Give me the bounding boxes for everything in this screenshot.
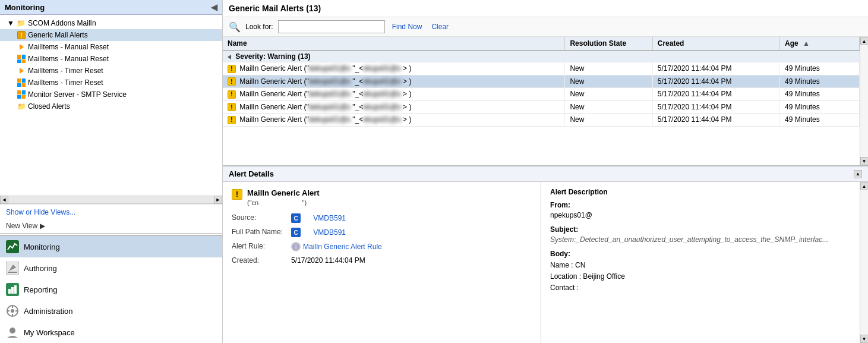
alerts-header: Generic Mail Alerts (13) bbox=[223, 0, 868, 17]
panel-header: Monitoring ◀ bbox=[0, 0, 222, 15]
details-title: Alert Details bbox=[229, 169, 274, 178]
source-value[interactable]: C VMDB591 bbox=[291, 213, 532, 223]
alert-rule-icon: i bbox=[291, 242, 301, 251]
scroll-down-button[interactable]: ▼ bbox=[860, 157, 869, 165]
body-section: Body: Name : CN Location : Beijing Offic… bbox=[550, 250, 851, 294]
alert-subtitle-prefix: ("cn bbox=[247, 199, 258, 206]
authoring-icon bbox=[6, 262, 19, 275]
nav-workspace-label: My Workspace bbox=[24, 328, 75, 337]
svg-text:i: i bbox=[295, 244, 296, 250]
nav-authoring[interactable]: Authoring bbox=[0, 257, 222, 279]
nav-workspace[interactable]: My Workspace bbox=[0, 322, 222, 343]
fullpath-label: Full Path Name: bbox=[232, 228, 291, 236]
search-bar: 🔍 Look for: Find Now Clear bbox=[223, 17, 868, 37]
nav-monitoring[interactable]: Monitoring bbox=[0, 236, 222, 257]
age-cell: 49 Minutes bbox=[780, 100, 860, 114]
scroll-left-button[interactable]: ◄ bbox=[0, 196, 8, 204]
workspace-icon bbox=[6, 326, 19, 339]
table-row[interactable]: ! MailIn Generic Alert ("bekups01@s "_<e… bbox=[223, 114, 860, 127]
tree-item-monitorserver[interactable]: Monitor Server - SMTP Service bbox=[0, 89, 222, 100]
tree-root-item[interactable]: ▼ 📁 SCOM Addons MailIn bbox=[0, 17, 222, 29]
alerts-table: Name Resolution State Created Age ▲ bbox=[223, 37, 860, 127]
fullpath-value[interactable]: C VMDB591 bbox=[291, 228, 532, 237]
severity-group-cell: Severity: Warning (13) bbox=[223, 51, 860, 62]
tree-item-mailitemstimerreset1[interactable]: MailItems - Timer Reset bbox=[0, 65, 222, 77]
folder-icon: 📁 bbox=[17, 18, 26, 28]
alert-name-end: > ) bbox=[401, 90, 412, 98]
grid-icon3 bbox=[17, 90, 26, 99]
details-body: ! MailIn Generic Alert ("cn ") Source: C bbox=[223, 182, 868, 343]
collapse-button[interactable]: ◀ bbox=[211, 2, 217, 12]
details-scroll-down-btn[interactable]: ▼ bbox=[860, 335, 869, 343]
tree-item-mailitemsmanualreset2[interactable]: MailItems - Manual Reset bbox=[0, 53, 222, 65]
search-input[interactable] bbox=[278, 20, 385, 33]
details-scroll-up[interactable]: ▲ bbox=[854, 170, 862, 178]
alerts-title: Generic Mail Alerts (13) bbox=[229, 4, 321, 13]
table-row[interactable]: ! MailIn Generic Alert ("bekups01@s "_<e… bbox=[223, 88, 860, 101]
alert-small-icon: ! bbox=[17, 30, 26, 40]
alert-name-cell: ! MailIn Generic Alert ("bekups01@s "_<e… bbox=[223, 62, 565, 75]
source-label: Source: bbox=[232, 213, 291, 222]
alert-name-cell: ! MailIn Generic Alert ("bekups01@s "_<e… bbox=[223, 88, 565, 101]
tree-item-label: Generic Mail Alerts bbox=[28, 31, 88, 39]
nav-reporting-label: Reporting bbox=[24, 285, 57, 294]
alert-name-blurred1: bekups01@s bbox=[309, 77, 351, 86]
col-header-resolution[interactable]: Resolution State bbox=[565, 37, 652, 51]
age-cell: 49 Minutes bbox=[780, 62, 860, 75]
alert-name-blurred2: ekups01@s bbox=[363, 90, 401, 98]
alert-subtitle-suffix: ") bbox=[302, 199, 307, 206]
table-row[interactable]: ! MailIn Generic Alert ("bekups01@s "_<e… bbox=[223, 100, 860, 114]
alert-name-blurred1: bekups01@s bbox=[309, 115, 351, 124]
alertrule-value[interactable]: i MailIn Generic Alert Rule bbox=[291, 242, 532, 251]
body-content: Name : CN Location : Beijing Office Cont… bbox=[550, 260, 851, 294]
bottom-navigation: Monitoring Authoring Reporting Administr… bbox=[0, 235, 222, 343]
nav-reporting[interactable]: Reporting bbox=[0, 279, 222, 300]
scroll-right-button[interactable]: ► bbox=[214, 196, 222, 204]
nav-administration[interactable]: Administration bbox=[0, 300, 222, 322]
right-panel: Generic Mail Alerts (13) 🔍 Look for: Fin… bbox=[223, 0, 868, 343]
col-header-age[interactable]: Age ▲ bbox=[780, 37, 860, 51]
alert-name-blurred2: ekups01@s bbox=[363, 103, 401, 111]
nav-monitoring-label: Monitoring bbox=[24, 243, 60, 251]
col-name-label: Name bbox=[228, 39, 247, 48]
table-row[interactable]: ! MailIn Generic Alert ("bekups01@s "_<e… bbox=[223, 75, 860, 88]
subject-section: Subject: System:_Detected_an_unauthorize… bbox=[550, 225, 851, 244]
tree-item-mailitemsmanualreset1[interactable]: MailItems - Manual Reset bbox=[0, 41, 222, 53]
alert-name-text: MailIn Generic Alert (" bbox=[239, 77, 308, 86]
table-row[interactable]: ! MailIn Generic Alert ("bekups01@s "_<e… bbox=[223, 62, 860, 75]
monitoring-icon bbox=[6, 240, 19, 253]
details-scroll-up-btn[interactable]: ▲ bbox=[860, 182, 869, 190]
grid-icon2 bbox=[17, 78, 26, 87]
created-row: Created: 5/17/2020 11:44:04 PM bbox=[232, 256, 532, 265]
subject-label: Subject: bbox=[550, 225, 851, 234]
find-now-button[interactable]: Find Now bbox=[390, 21, 425, 32]
scroll-up-button[interactable]: ▲ bbox=[860, 37, 869, 45]
tree-item-generic-mail-alerts[interactable]: ! Generic Mail Alerts bbox=[0, 29, 222, 41]
alert-name-blurred1: bekups01@s bbox=[309, 103, 351, 111]
alertrule-row: Alert Rule: i MailIn Generic Alert Rule bbox=[232, 242, 532, 251]
col-header-created[interactable]: Created bbox=[652, 37, 779, 51]
col-header-name[interactable]: Name bbox=[223, 37, 565, 51]
alert-name-sep: "_< bbox=[351, 64, 363, 73]
body-name: Name : CN bbox=[550, 260, 851, 271]
admin-icon bbox=[6, 304, 19, 317]
horizontal-scrollbar[interactable]: ◄ ► bbox=[0, 196, 222, 204]
clear-button[interactable]: Clear bbox=[429, 21, 451, 32]
nav-authoring-label: Authoring bbox=[24, 264, 57, 273]
alerts-scrollbar[interactable]: ▲ ▼ bbox=[860, 37, 868, 165]
tree-item-closedalerts[interactable]: 📁 Closed Alerts bbox=[0, 100, 222, 112]
source-prefix-blurred bbox=[303, 214, 311, 222]
new-view-link[interactable]: New View ▶ bbox=[0, 220, 222, 232]
tree-item-mailitemstimerreset2[interactable]: MailItems - Timer Reset bbox=[0, 77, 222, 89]
arrow-icon bbox=[17, 42, 26, 52]
alert-name-blurred1: bekups01@s bbox=[309, 90, 351, 98]
alert-name-end: > ) bbox=[401, 77, 412, 86]
details-scrollbar[interactable]: ▲ ▼ bbox=[860, 182, 868, 343]
description-section: Alert Description From: npekups01@ Subje… bbox=[550, 188, 851, 294]
warning-icon: ! bbox=[228, 77, 236, 86]
alert-name-text: MailIn Generic Alert (" bbox=[239, 115, 308, 124]
from-section: From: npekups01@ bbox=[550, 201, 851, 219]
alert-subtitle: ("cn ") bbox=[247, 199, 320, 206]
show-hide-views-link[interactable]: Show or Hide Views... bbox=[0, 204, 222, 220]
alert-name-sep: "_< bbox=[351, 103, 363, 111]
